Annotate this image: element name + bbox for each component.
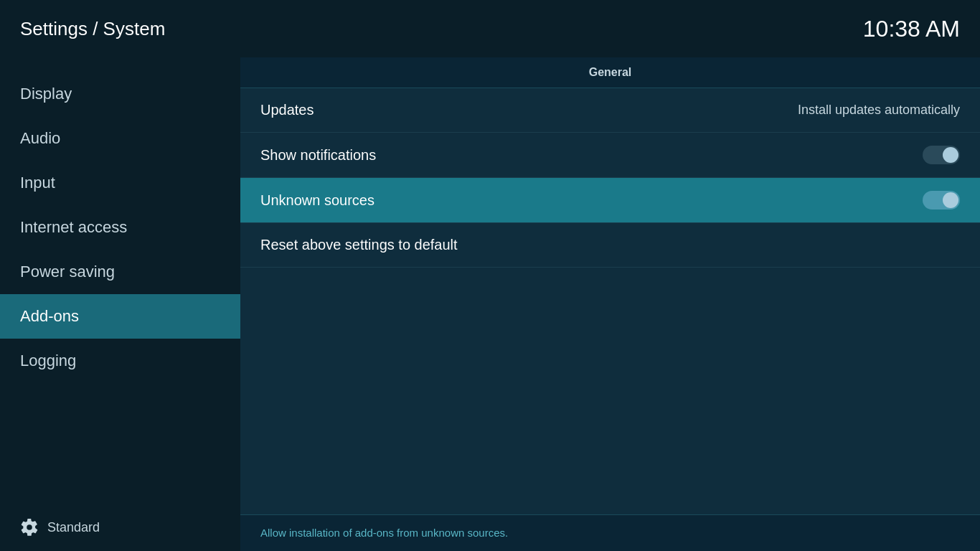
unknown-sources-row[interactable]: Unknown sources	[240, 178, 980, 223]
header: Settings / System 10:38 AM	[0, 0, 980, 57]
updates-label: Updates	[260, 102, 314, 118]
updates-value: Install updates automatically	[798, 103, 960, 118]
settings-list: Updates Install updates automatically Sh…	[240, 88, 980, 514]
main-content: Display Audio Input Internet access Powe…	[0, 57, 980, 551]
status-message: Allow installation of add-ons from unkno…	[260, 527, 508, 539]
show-notifications-toggle[interactable]	[923, 146, 960, 164]
sidebar-item-logging[interactable]: Logging	[0, 339, 240, 383]
sidebar-item-power-saving[interactable]: Power saving	[0, 250, 240, 294]
toggle-knob-2	[943, 192, 958, 208]
sidebar-item-add-ons[interactable]: Add-ons	[0, 294, 240, 339]
section-header: General	[240, 57, 980, 88]
settings-level[interactable]: Standard	[0, 504, 240, 551]
reset-settings-label: Reset above settings to default	[260, 237, 458, 253]
unknown-sources-label: Unknown sources	[260, 192, 374, 209]
sidebar-item-audio[interactable]: Audio	[0, 116, 240, 161]
page-title: Settings / System	[20, 18, 165, 40]
show-notifications-row[interactable]: Show notifications	[240, 133, 980, 178]
updates-row[interactable]: Updates Install updates automatically	[240, 88, 980, 133]
sidebar-item-input[interactable]: Input	[0, 161, 240, 205]
sidebar-item-internet-access[interactable]: Internet access	[0, 205, 240, 250]
show-notifications-label: Show notifications	[260, 147, 376, 164]
reset-settings-row[interactable]: Reset above settings to default	[240, 223, 980, 268]
status-bar: Allow installation of add-ons from unkno…	[240, 514, 980, 551]
sidebar: Display Audio Input Internet access Powe…	[0, 57, 240, 551]
settings-level-label: Standard	[47, 520, 100, 535]
gear-icon	[20, 518, 39, 537]
content-area: General Updates Install updates automati…	[240, 57, 980, 551]
unknown-sources-toggle[interactable]	[923, 191, 960, 209]
toggle-knob	[943, 147, 958, 163]
sidebar-item-display[interactable]: Display	[0, 72, 240, 116]
clock: 10:38 AM	[863, 16, 960, 42]
